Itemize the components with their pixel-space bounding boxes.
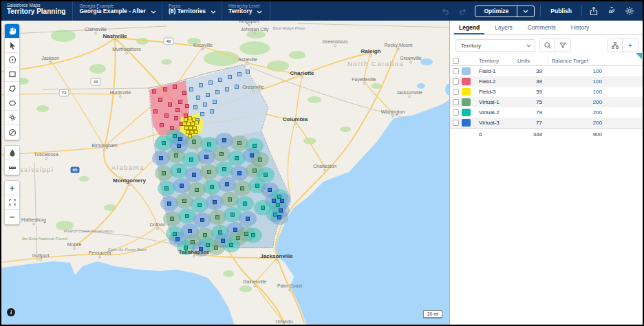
app-logo: Salesforce Maps Territory Planning (1, 1, 73, 21)
panel-scroll-arrow[interactable] (636, 53, 642, 59)
units-column-header[interactable]: ⋮Units (511, 58, 545, 64)
table-row[interactable]: Virtual-377200 (450, 118, 643, 128)
clear-selection-tool[interactable] (5, 125, 19, 140)
divider (540, 6, 541, 17)
table-row[interactable]: Field-339100 (450, 87, 643, 97)
hierarchy-level-dropdown-value: Territory (228, 8, 252, 15)
territory-color-swatch[interactable] (462, 88, 471, 96)
svg-text:43: 43 (94, 79, 98, 84)
territory-balance-target[interactable]: 200 (545, 99, 643, 105)
polygon-select-tool[interactable] (5, 82, 19, 96)
map-svg: 40437265North CarolinaAlabamaMississippi… (1, 21, 449, 325)
territory-units: 77 (511, 120, 545, 126)
svg-text:Orlando: Orlando (276, 319, 293, 324)
territory-balance-target[interactable]: 200 (545, 120, 643, 126)
territory-color-swatch[interactable] (462, 119, 471, 127)
chevron-down-icon (211, 10, 216, 14)
table-header-row: Territory ⋮Units ⋮Balance Target (450, 56, 643, 66)
hierarchy-level-dropdown[interactable]: Hierarchy Level Territory (222, 1, 270, 21)
focus-dropdown-value: (8) Territories (169, 8, 206, 15)
column-menu-icon: ⋮ (545, 58, 550, 64)
radius-select-tool[interactable] (5, 53, 19, 67)
svg-text:Greenville: Greenville (400, 56, 422, 61)
territory-name[interactable]: Field-3 (479, 89, 511, 95)
tab-history[interactable]: History (565, 21, 595, 34)
svg-text:De Soto National Forest: De Soto National Forest (22, 236, 67, 241)
svg-text:Pensacola: Pensacola (89, 250, 111, 255)
svg-text:Charlotte: Charlotte (290, 70, 314, 76)
publish-button[interactable]: Publish (546, 8, 576, 14)
row-checkbox[interactable] (453, 109, 459, 116)
table-row[interactable]: Virtual-175200 (450, 97, 643, 107)
pan-tool[interactable] (5, 24, 19, 39)
table-row[interactable]: Field-239100 (450, 76, 643, 87)
table-total-row: 6 348 900 (450, 128, 643, 140)
territory-name[interactable]: Field-2 (479, 78, 511, 85)
map-canvas[interactable]: 40437265North CarolinaAlabamaMississippi… (1, 21, 449, 325)
territory-color-swatch[interactable] (462, 67, 471, 75)
legend-type-select[interactable]: Territory (455, 39, 535, 52)
filter-icon[interactable] (555, 39, 570, 52)
svg-text:Tuscaloosa: Tuscaloosa (34, 152, 58, 157)
territory-units: 79 (511, 109, 545, 116)
zoom-out-button[interactable]: − (5, 210, 19, 224)
alignment-dropdown[interactable]: Georgia Example Georgia Example - After (73, 1, 162, 21)
svg-text:65: 65 (73, 167, 78, 172)
tab-legend[interactable]: Legend (453, 21, 486, 34)
svg-text:Tallahassee: Tallahassee (179, 249, 210, 255)
divider (581, 6, 582, 17)
search-icon[interactable] (540, 39, 555, 52)
row-checkbox[interactable] (453, 89, 459, 95)
svg-text:Montgomery: Montgomery (113, 177, 147, 184)
territory-balance-target[interactable]: 100 (545, 78, 643, 85)
svg-text:Gainesville: Gainesville (243, 279, 266, 284)
territory-color-swatch[interactable] (462, 109, 471, 116)
rectangle-select-tool[interactable] (5, 67, 19, 82)
cluster-tool[interactable] (5, 111, 19, 125)
optimize-menu-button[interactable] (517, 6, 534, 17)
share-icon[interactable] (588, 5, 600, 17)
select-all-checkbox[interactable] (453, 58, 459, 64)
territory-name[interactable]: Virtual-3 (479, 120, 511, 126)
territory-name[interactable]: Virtual-1 (479, 99, 511, 105)
focus-dropdown[interactable]: Focus (8) Territories (162, 1, 222, 21)
attribution-info-button[interactable]: i (7, 308, 15, 316)
optimize-button[interactable]: Optimize (475, 6, 517, 17)
territory-name[interactable]: Field-1 (479, 68, 511, 74)
settings-gear-icon[interactable] (623, 5, 636, 17)
territory-balance-target[interactable]: 100 (545, 68, 643, 74)
territory-color-swatch[interactable] (462, 78, 471, 85)
paint-tool[interactable] (5, 146, 19, 160)
table-row[interactable]: Field-139100 (450, 66, 643, 76)
fit-bounds-button[interactable] (5, 195, 19, 210)
svg-text:Fayetteville: Fayetteville (352, 77, 376, 83)
svg-text:Murfreesboro: Murfreesboro (112, 47, 141, 52)
select-tool[interactable] (5, 39, 19, 53)
row-checkbox[interactable] (453, 120, 459, 126)
boundary-select-tool[interactable] (5, 96, 19, 111)
measure-tool[interactable] (5, 160, 19, 175)
zoom-in-button[interactable]: + (5, 181, 19, 195)
territory-balance-target[interactable]: 200 (545, 109, 643, 116)
add-territory-button[interactable]: + (623, 39, 638, 52)
undo-button[interactable] (439, 5, 451, 17)
svg-text:Birmingham: Birmingham (92, 143, 118, 149)
territory-name[interactable]: Virtual-2 (479, 109, 511, 116)
territory-units: 75 (511, 99, 545, 105)
territory-balance-target[interactable]: 100 (545, 89, 643, 95)
territory-units: 39 (511, 89, 545, 95)
table-row[interactable]: Virtual-279200 (450, 107, 643, 118)
territory-color-swatch[interactable] (462, 98, 471, 106)
row-checkbox[interactable] (453, 99, 459, 105)
svg-text:Rocky Mount: Rocky Mount (385, 43, 413, 48)
territory-column-header[interactable]: Territory (479, 58, 511, 64)
redo-button[interactable] (457, 5, 469, 17)
tab-comments[interactable]: Comments (522, 21, 562, 34)
svg-text:Columbia: Columbia (283, 116, 308, 122)
link-icon[interactable] (605, 5, 618, 17)
row-checkbox[interactable] (453, 68, 459, 74)
hierarchy-icon[interactable] (608, 39, 623, 52)
balance-target-column-header[interactable]: ⋮Balance Target (545, 58, 643, 64)
tab-layers[interactable]: Layers (489, 21, 519, 34)
row-checkbox[interactable] (453, 78, 459, 85)
